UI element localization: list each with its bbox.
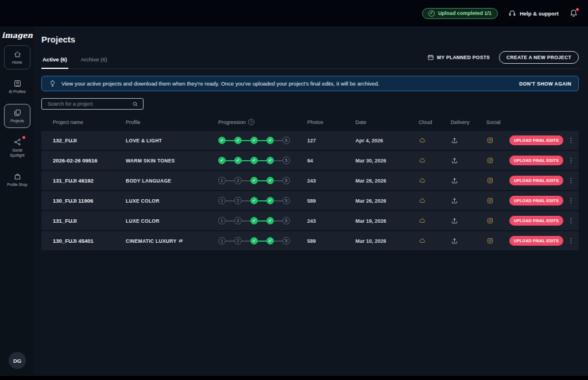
sidebar-item-home[interactable]: Home bbox=[4, 45, 30, 69]
table-body: 132_FUJI LOVE & LIGHT ✓✓✓✓5 127 Apr 4, 2… bbox=[41, 131, 579, 250]
profile-name: LUXE COLOR bbox=[126, 218, 218, 224]
sidebar-item-ai-profiles[interactable]: AI Profiles bbox=[4, 75, 30, 99]
sidebar-nav: Home AI Profiles bbox=[4, 45, 30, 192]
ai-profiles-icon bbox=[13, 79, 22, 88]
table-row[interactable]: 131_FUJI LUXE COLOR 12✓✓5 243 Mar 19, 20… bbox=[41, 211, 579, 230]
user-avatar[interactable]: DG bbox=[9, 352, 26, 369]
step-done: ✓ bbox=[234, 137, 242, 144]
project-date: Apr 4, 2026 bbox=[355, 138, 419, 144]
tab-archive[interactable]: Archive (6) bbox=[80, 54, 109, 69]
home-icon bbox=[13, 50, 22, 59]
cloud-status-icon[interactable] bbox=[419, 157, 451, 164]
sidebar-item-label: Projects bbox=[10, 119, 24, 123]
tab-bar: Active (6) Archive (6) MY PLANNED POSTS … bbox=[41, 51, 579, 69]
tab-active[interactable]: Active (6) bbox=[41, 54, 68, 69]
step-pending: 5 bbox=[283, 137, 290, 144]
table-header: Project name Profile Progression ? Photo… bbox=[41, 117, 579, 131]
table-row[interactable]: 131_FUJI 46192 BODY LANGUAGE 12✓✓5 243 M… bbox=[41, 171, 579, 190]
delivery-upload-icon[interactable] bbox=[451, 157, 486, 164]
instagram-icon[interactable] bbox=[486, 197, 509, 204]
instagram-icon[interactable] bbox=[486, 177, 509, 184]
upload-final-edits-button[interactable]: UPLOAD FINAL EDITS bbox=[509, 216, 563, 226]
banner-text: View your active projects and download t… bbox=[61, 80, 514, 87]
photos-count: 127 bbox=[307, 138, 355, 144]
progression-stepper: ✓✓✓✓5 bbox=[218, 137, 307, 144]
table-row[interactable]: 130_FUJI 11906 LUXE COLOR 12✓✓5 589 Mar … bbox=[41, 191, 579, 210]
check-circle-icon: ✓ bbox=[428, 10, 435, 17]
header-cloud: Cloud bbox=[419, 119, 451, 125]
delivery-upload-icon[interactable] bbox=[451, 137, 486, 144]
photos-count: 94 bbox=[307, 158, 355, 164]
instagram-icon[interactable] bbox=[486, 217, 509, 224]
table-row[interactable]: 132_FUJI LOVE & LIGHT ✓✓✓✓5 127 Apr 4, 2… bbox=[41, 131, 579, 150]
create-new-project-button[interactable]: CREATE A NEW PROJECT bbox=[499, 51, 579, 64]
row-menu-button[interactable]: ⋮ bbox=[563, 157, 578, 164]
delivery-upload-icon[interactable] bbox=[451, 217, 486, 224]
row-menu-button[interactable]: ⋮ bbox=[563, 177, 578, 184]
profile-name: WARM SKIN TONES bbox=[126, 158, 218, 164]
delivery-upload-icon[interactable] bbox=[451, 177, 486, 184]
upload-final-edits-button[interactable]: UPLOAD FINAL EDITS bbox=[509, 236, 563, 246]
imagen-logo: imagen bbox=[2, 31, 33, 40]
step-done: ✓ bbox=[250, 237, 258, 245]
step-pending: 2 bbox=[234, 237, 242, 245]
header-progression: Progression ? bbox=[218, 119, 307, 125]
upload-final-edits-button[interactable]: UPLOAD FINAL EDITS bbox=[509, 156, 563, 165]
step-pending: 2 bbox=[234, 177, 242, 184]
cloud-status-icon[interactable] bbox=[419, 237, 451, 245]
step-done: ✓ bbox=[266, 157, 274, 164]
project-name: 131_FUJI bbox=[53, 218, 126, 224]
header-project-name: Project name bbox=[53, 119, 126, 125]
step-pending: 1 bbox=[218, 217, 226, 224]
row-menu-button[interactable]: ⋮ bbox=[563, 137, 578, 144]
cloud-status-icon[interactable] bbox=[419, 137, 451, 144]
progression-help-icon[interactable]: ? bbox=[248, 119, 254, 125]
step-done: ✓ bbox=[250, 177, 258, 184]
instagram-icon[interactable] bbox=[486, 157, 509, 164]
header-photos: Photos bbox=[307, 119, 355, 125]
delivery-upload-icon[interactable] bbox=[451, 237, 486, 245]
instagram-icon[interactable] bbox=[486, 237, 509, 245]
notifications-bell-button[interactable] bbox=[569, 9, 579, 18]
upload-final-edits-button[interactable]: UPLOAD FINAL EDITS bbox=[509, 176, 563, 185]
step-done: ✓ bbox=[266, 197, 274, 204]
step-pending: 1 bbox=[218, 197, 226, 204]
search-icon bbox=[132, 101, 138, 107]
project-date: Mar 26, 2026 bbox=[355, 178, 419, 184]
header-social: Social bbox=[486, 119, 509, 125]
cloud-status-icon[interactable] bbox=[419, 177, 451, 184]
instagram-icon[interactable] bbox=[486, 137, 509, 144]
sidebar-item-social-spotlight[interactable]: Social Spotlight bbox=[4, 133, 30, 162]
project-name: 132_FUJI bbox=[53, 137, 126, 144]
step-done: ✓ bbox=[218, 157, 226, 164]
row-menu-button[interactable]: ⋮ bbox=[563, 217, 578, 224]
dont-show-again-button[interactable]: DON'T SHOW AGAIN bbox=[519, 81, 571, 87]
search-input[interactable] bbox=[47, 100, 129, 107]
sidebar-item-label: Home bbox=[12, 60, 22, 65]
table-row[interactable]: 2026-02-26 09516 WARM SKIN TONES ✓✓✓✓5 9… bbox=[41, 151, 579, 170]
progression-stepper: 12✓✓5 bbox=[218, 177, 307, 184]
delivery-upload-icon[interactable] bbox=[451, 197, 486, 204]
upload-final-edits-button[interactable]: UPLOAD FINAL EDITS bbox=[509, 196, 563, 205]
project-date: Mar 10, 2026 bbox=[355, 238, 419, 244]
cloud-status-icon[interactable] bbox=[419, 197, 451, 204]
row-menu-button[interactable]: ⋮ bbox=[563, 237, 578, 245]
notification-dot bbox=[576, 8, 579, 11]
help-support-button[interactable]: Help & support bbox=[508, 9, 559, 17]
cloud-status-icon[interactable] bbox=[419, 217, 451, 224]
info-banner: View your active projects and download t… bbox=[41, 76, 579, 91]
photos-count: 243 bbox=[307, 178, 355, 184]
profile-name: CINEMATIC LUXURY ⇄ bbox=[126, 238, 218, 244]
progression-stepper: ✓✓✓✓5 bbox=[218, 157, 307, 164]
profile-name: LUXE COLOR bbox=[126, 198, 218, 204]
row-menu-button[interactable]: ⋮ bbox=[563, 197, 578, 204]
table-row[interactable]: 130_FUJI 45401 CINEMATIC LUXURY ⇄ 12✓✓5 … bbox=[41, 231, 579, 250]
upload-status-badge[interactable]: ✓ Upload completed 1/1 bbox=[422, 8, 498, 19]
sidebar-item-projects[interactable]: Projects bbox=[4, 104, 30, 128]
step-done: ✓ bbox=[266, 137, 274, 144]
my-planned-posts-button[interactable]: MY PLANNED POSTS bbox=[427, 54, 490, 61]
upload-final-edits-button[interactable]: UPLOAD FINAL EDITS bbox=[509, 135, 563, 145]
step-pending: 5 bbox=[283, 237, 290, 245]
social-spotlight-notification-dot bbox=[22, 136, 25, 139]
sidebar-item-profile-shop[interactable]: Profile Shop bbox=[4, 168, 30, 192]
